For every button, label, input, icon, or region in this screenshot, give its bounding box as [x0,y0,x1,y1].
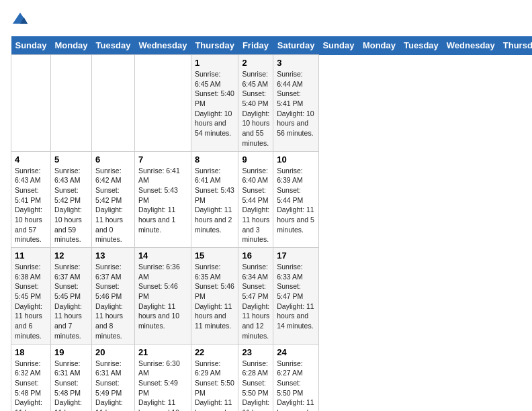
calendar-cell: 8Sunrise: 6:41 AM Sunset: 5:43 PM Daylig… [191,151,238,248]
day-number: 19 [54,347,88,357]
calendar-cell: 19Sunrise: 6:31 AM Sunset: 5:48 PM Dayli… [50,344,91,411]
calendar-cell [92,55,135,152]
calendar-week-1: 1Sunrise: 6:45 AM Sunset: 5:40 PM Daylig… [11,55,533,152]
day-number: 23 [242,347,269,357]
header-friday: Friday [238,36,273,55]
day-number: 8 [195,154,235,165]
day-number: 12 [54,250,88,261]
header-saturday: Saturday [273,36,319,55]
day-info: Sunrise: 6:29 AM Sunset: 5:50 PM Dayligh… [195,359,235,412]
header-monday: Monday [50,36,91,55]
calendar-cell: 16Sunrise: 6:34 AM Sunset: 5:47 PM Dayli… [238,248,273,345]
day-info: Sunrise: 6:32 AM Sunset: 5:48 PM Dayligh… [15,359,47,412]
day-number: 15 [195,250,235,261]
calendar-cell: 7Sunrise: 6:41 AM Sunset: 5:43 PM Daylig… [134,151,191,248]
calendar-cell: 22Sunrise: 6:29 AM Sunset: 5:50 PM Dayli… [191,344,238,411]
day-number: 16 [242,250,269,261]
day-number: 11 [15,250,47,261]
calendar-cell: 14Sunrise: 6:36 AM Sunset: 5:46 PM Dayli… [134,248,191,345]
day-number: 13 [95,250,131,261]
calendar-cell: 17Sunrise: 6:33 AM Sunset: 5:47 PM Dayli… [273,248,319,345]
day-info: Sunrise: 6:45 AM Sunset: 5:40 PM Dayligh… [195,69,235,138]
calendar-cell: 3Sunrise: 6:44 AM Sunset: 5:41 PM Daylig… [273,55,319,152]
day-number: 2 [242,58,269,68]
header-day-monday: Monday [359,36,400,55]
day-number: 18 [15,347,47,357]
day-number: 22 [195,347,235,357]
header-day-wednesday: Wednesday [443,36,499,55]
day-number: 9 [242,154,269,165]
day-info: Sunrise: 6:40 AM Sunset: 5:44 PM Dayligh… [242,166,269,245]
day-info: Sunrise: 6:27 AM Sunset: 5:50 PM Dayligh… [277,359,315,412]
header-day-tuesday: Tuesday [400,36,443,55]
calendar-header-row: SundayMondayTuesdayWednesdayThursdayFrid… [11,36,533,55]
calendar-cell: 13Sunrise: 6:37 AM Sunset: 5:46 PM Dayli… [92,248,135,345]
calendar-table: SundayMondayTuesdayWednesdayThursdayFrid… [11,36,532,411]
calendar-cell: 24Sunrise: 6:27 AM Sunset: 5:50 PM Dayli… [273,344,319,411]
day-number: 5 [54,154,88,165]
day-number: 21 [138,347,187,357]
day-info: Sunrise: 6:42 AM Sunset: 5:42 PM Dayligh… [95,166,131,245]
day-info: Sunrise: 6:30 AM Sunset: 5:49 PM Dayligh… [138,359,187,412]
calendar-cell: 4Sunrise: 6:43 AM Sunset: 5:41 PM Daylig… [11,151,51,248]
day-info: Sunrise: 6:44 AM Sunset: 5:41 PM Dayligh… [277,69,315,138]
day-info: Sunrise: 6:41 AM Sunset: 5:43 PM Dayligh… [195,166,235,235]
day-info: Sunrise: 6:31 AM Sunset: 5:48 PM Dayligh… [54,359,88,412]
calendar-week-2: 4Sunrise: 6:43 AM Sunset: 5:41 PM Daylig… [11,151,533,248]
day-info: Sunrise: 6:31 AM Sunset: 5:49 PM Dayligh… [95,359,131,412]
calendar-cell: 18Sunrise: 6:32 AM Sunset: 5:48 PM Dayli… [11,344,51,411]
calendar-cell [50,55,91,152]
day-number: 4 [15,154,47,165]
header-sunday: Sunday [11,36,51,55]
day-info: Sunrise: 6:43 AM Sunset: 5:41 PM Dayligh… [15,166,47,245]
day-info: Sunrise: 6:37 AM Sunset: 5:45 PM Dayligh… [54,262,88,341]
calendar-cell: 11Sunrise: 6:38 AM Sunset: 5:45 PM Dayli… [11,248,51,345]
day-info: Sunrise: 6:37 AM Sunset: 5:46 PM Dayligh… [95,262,131,341]
calendar-cell: 23Sunrise: 6:28 AM Sunset: 5:50 PM Dayli… [238,344,273,411]
day-number: 1 [195,58,235,68]
day-info: Sunrise: 6:36 AM Sunset: 5:46 PM Dayligh… [138,262,187,331]
day-number: 3 [277,58,315,68]
calendar-cell [11,55,51,152]
day-info: Sunrise: 6:45 AM Sunset: 5:40 PM Dayligh… [242,69,269,148]
page-header [11,11,521,30]
day-number: 7 [138,154,187,165]
day-number: 24 [277,347,315,357]
calendar-cell: 5Sunrise: 6:43 AM Sunset: 5:42 PM Daylig… [50,151,91,248]
calendar-week-3: 11Sunrise: 6:38 AM Sunset: 5:45 PM Dayli… [11,248,533,345]
day-info: Sunrise: 6:28 AM Sunset: 5:50 PM Dayligh… [242,359,269,412]
day-number: 6 [95,154,131,165]
header-wednesday: Wednesday [134,36,191,55]
day-info: Sunrise: 6:43 AM Sunset: 5:42 PM Dayligh… [54,166,88,245]
calendar-cell: 20Sunrise: 6:31 AM Sunset: 5:49 PM Dayli… [92,344,135,411]
day-info: Sunrise: 6:35 AM Sunset: 5:46 PM Dayligh… [195,262,235,331]
day-number: 20 [95,347,131,357]
header-tuesday: Tuesday [92,36,135,55]
day-number: 14 [138,250,187,261]
logo [11,11,32,30]
calendar-cell: 1Sunrise: 6:45 AM Sunset: 5:40 PM Daylig… [191,55,238,152]
logo-icon [11,11,30,30]
day-number: 17 [277,250,315,261]
day-number: 10 [277,154,315,165]
header-thursday: Thursday [191,36,238,55]
calendar-cell: 15Sunrise: 6:35 AM Sunset: 5:46 PM Dayli… [191,248,238,345]
day-info: Sunrise: 6:34 AM Sunset: 5:47 PM Dayligh… [242,262,269,341]
header-day-sunday: Sunday [318,36,358,55]
header-day-thursday: Thursday [499,36,532,55]
calendar-cell: 12Sunrise: 6:37 AM Sunset: 5:45 PM Dayli… [50,248,91,345]
day-info: Sunrise: 6:41 AM Sunset: 5:43 PM Dayligh… [138,166,187,235]
calendar-cell: 9Sunrise: 6:40 AM Sunset: 5:44 PM Daylig… [238,151,273,248]
calendar-cell: 6Sunrise: 6:42 AM Sunset: 5:42 PM Daylig… [92,151,135,248]
day-info: Sunrise: 6:33 AM Sunset: 5:47 PM Dayligh… [277,262,315,331]
calendar-cell [134,55,191,152]
day-info: Sunrise: 6:38 AM Sunset: 5:45 PM Dayligh… [15,262,47,341]
calendar-cell: 21Sunrise: 6:30 AM Sunset: 5:49 PM Dayli… [134,344,191,411]
calendar-cell: 2Sunrise: 6:45 AM Sunset: 5:40 PM Daylig… [238,55,273,152]
calendar-cell: 10Sunrise: 6:39 AM Sunset: 5:44 PM Dayli… [273,151,319,248]
day-info: Sunrise: 6:39 AM Sunset: 5:44 PM Dayligh… [277,166,315,235]
calendar-week-4: 18Sunrise: 6:32 AM Sunset: 5:48 PM Dayli… [11,344,533,411]
